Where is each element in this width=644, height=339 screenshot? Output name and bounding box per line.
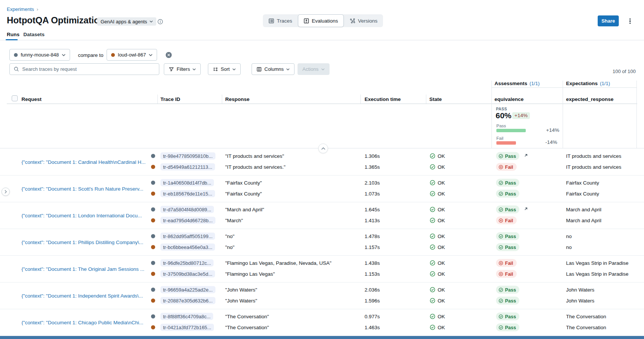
col-header-response[interactable]: Response (225, 96, 250, 102)
assessment-badge[interactable]: Pass (496, 190, 519, 198)
run-color-dot (151, 192, 155, 196)
search-input[interactable] (22, 66, 155, 72)
trace-id-link[interactable]: tr-1a406508d14f7db... (160, 179, 214, 186)
open-comparison-icon[interactable] (523, 206, 528, 212)
trace-id-link[interactable]: tr-37509bd38ac3e5d... (160, 270, 215, 278)
trace-id-link[interactable]: tr-20887e305d632b6... (160, 297, 215, 304)
trace-row: tr-d7a5804f48d0089... "March and April" … (0, 204, 644, 215)
sidebar-expand-button[interactable] (2, 188, 10, 196)
remove-compare-icon[interactable] (166, 52, 172, 58)
col-header-request[interactable]: Request (21, 96, 41, 102)
pass-delta: +14% (546, 127, 559, 133)
open-comparison-icon[interactable] (523, 153, 528, 159)
expected-response-cell: Las Vegas Strip in Paradise (566, 271, 629, 277)
check-circle-icon (430, 271, 435, 277)
breadcrumb[interactable]: Experiments › (7, 6, 38, 12)
trace-id-link[interactable]: tr-96659a4a225ad2e... (160, 286, 215, 293)
search-icon (14, 66, 19, 72)
pass-bar-track (496, 129, 545, 132)
expectations-count: (1/1) (600, 81, 610, 86)
columns-button[interactable]: Columns (252, 63, 295, 75)
assessment-badge[interactable]: Pass (496, 243, 519, 251)
column-divider (222, 95, 222, 104)
expected-response-cell: John Waters (566, 298, 594, 304)
assessment-badge[interactable]: Pass (496, 152, 519, 160)
execution-time-cell: 1.463s (365, 325, 380, 330)
chevron-right-icon (5, 190, 7, 194)
chevron-down-icon (232, 68, 236, 70)
assessment-badge[interactable]: Pass (496, 286, 519, 294)
sort-button[interactable]: Sort (208, 63, 241, 75)
search-box[interactable] (9, 63, 159, 75)
chevron-down-icon (149, 54, 153, 56)
assessment-badge[interactable]: Pass (496, 324, 519, 331)
table-row[interactable]: {"context": "Document 1: Independent Spi… (0, 282, 644, 309)
tab-datasets[interactable]: Datasets (23, 32, 44, 37)
trace-id-link[interactable]: tr-bc6bbeea456e0a3... (160, 244, 215, 251)
assessment-badge[interactable]: Pass (496, 297, 519, 305)
filters-button[interactable]: Filters (164, 63, 201, 75)
state-cell: OK (430, 287, 445, 293)
overflow-menu-icon[interactable] (627, 17, 633, 25)
col-header-state[interactable]: State (429, 96, 442, 102)
collapse-summary-button[interactable] (318, 144, 328, 153)
response-cell: "Flamingo Las Vegas" (225, 271, 275, 277)
run-b-name: loud-owl-867 (118, 52, 146, 58)
trace-id-link[interactable]: tr-0421a3fd772b165... (160, 324, 214, 331)
run-b-select[interactable]: loud-owl-867 (107, 49, 157, 61)
assessment-badge[interactable]: Fail (496, 270, 517, 278)
trace-id-link[interactable]: tr-d54949a61212113... (160, 163, 215, 171)
tab-traces[interactable]: Traces (263, 14, 298, 27)
response-cell: "The Conversation" (225, 314, 269, 319)
execution-time-cell: 1.365s (365, 164, 380, 170)
run-color-dot (151, 165, 155, 169)
table-row[interactable]: {"context": "Document 1: Chicago Public … (0, 309, 644, 336)
assessment-badge[interactable]: Fail (496, 259, 517, 267)
trace-id-link[interactable]: tr-8f88ff36c4709a8c... (160, 313, 213, 320)
info-icon[interactable] (157, 19, 163, 26)
filter-icon (169, 67, 174, 72)
columns-icon (256, 67, 262, 72)
tab-evaluations[interactable]: Evaluations (298, 14, 344, 27)
horizontal-scrollbar[interactable] (0, 336, 644, 339)
execution-time-cell: 1.438s (365, 260, 380, 266)
assessment-badge[interactable]: Pass (496, 206, 519, 214)
assessment-badge[interactable]: Pass (496, 179, 519, 187)
tab-versions[interactable]: Versions (344, 14, 383, 27)
trace-id-link[interactable]: tr-d7a5804f48d0089... (160, 206, 214, 213)
tab-runs[interactable]: Runs (7, 32, 20, 37)
fail-delta: -14% (545, 139, 557, 145)
run-a-select[interactable]: funny-mouse-848 (9, 49, 70, 61)
select-all-checkbox[interactable] (12, 95, 18, 101)
experiment-type-dropdown[interactable]: GenAI apps & agents (97, 17, 156, 26)
trace-id-link[interactable]: tr-862dd95aff505199... (160, 233, 215, 240)
breadcrumb-experiments-link[interactable]: Experiments (7, 6, 34, 12)
fail-icon (499, 218, 503, 223)
assessment-badge[interactable]: Pass (496, 232, 519, 240)
col-header-equivalence[interactable]: equivalence (494, 96, 523, 102)
run-color-dot (151, 299, 155, 303)
share-button[interactable]: Share (598, 15, 619, 26)
table-row[interactable]: {"context": "Document 1: Phillips Distil… (0, 229, 644, 256)
trace-id-link[interactable]: tr-98e47785095810b... (160, 153, 215, 160)
trace-row: tr-bc6bbeea456e0a3... "no" 1.157s OK Pas… (0, 242, 644, 252)
state-cell: OK (430, 244, 445, 250)
assessment-badge[interactable]: Fail (496, 163, 517, 171)
assessment-badge[interactable]: Pass (496, 313, 519, 321)
view-switcher: Traces Evaluations Versions (263, 14, 383, 27)
table-row[interactable]: {"context": "Document 1: Scott's Run Nat… (0, 176, 644, 202)
table-row[interactable]: {"context": "Document 1: London Internat… (0, 202, 644, 229)
assessment-badge[interactable]: Fail (496, 217, 517, 224)
trace-id-link[interactable]: tr-96dfe25bd80712c... (160, 260, 214, 267)
col-header-trace-id[interactable]: Trace ID (160, 96, 180, 102)
col-header-execution-time[interactable]: Execution time (365, 96, 401, 102)
trace-row: tr-1a406508d14f7db... "Fairfax County" 2… (0, 177, 644, 188)
fail-icon (499, 165, 503, 169)
trace-id-link[interactable]: tr-ead795d4d66728b... (160, 217, 215, 224)
state-cell: OK (430, 271, 445, 277)
check-circle-icon (430, 287, 435, 293)
trace-id-link[interactable]: tr-eb185676de11e15... (160, 190, 215, 197)
table-row[interactable]: {"context": "Document 1: The Original Ja… (0, 256, 644, 282)
col-header-expected-response[interactable]: expected_response (566, 96, 613, 102)
group-header-underline (491, 87, 636, 88)
